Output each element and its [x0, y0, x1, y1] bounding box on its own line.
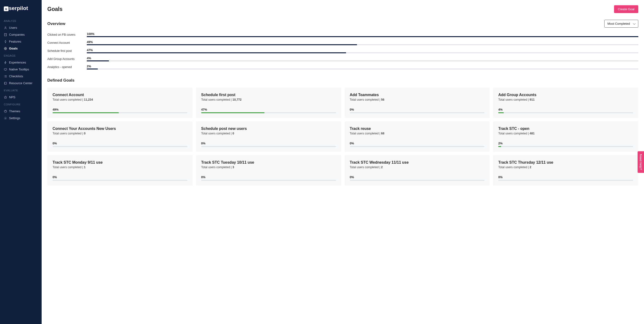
goal-card-title: Track STC Wednesday 11/11 use: [350, 160, 485, 164]
goal-card-subtitle: Total users completed | 0: [52, 132, 188, 135]
overview-list: Clicked on FB covers100%Connect Account4…: [47, 32, 638, 70]
sidebar-item-users[interactable]: Users: [0, 24, 42, 31]
goal-card[interactable]: Schedule first postTotal users completed…: [196, 88, 341, 118]
goal-card[interactable]: Track STC Wednesday 11/11 useTotal users…: [344, 155, 490, 186]
sidebar-section-label: ENGAGE: [0, 52, 42, 59]
goal-card-percentage: 0%: [201, 176, 336, 179]
overview-label: Connect Account: [47, 41, 87, 44]
goal-card-subtitle: Total users completed | 68: [350, 132, 485, 135]
defined-goals-title: Defined Goals: [47, 78, 638, 83]
goal-card-percentage: 0%: [350, 142, 485, 145]
sort-select[interactable]: Most Completed: [604, 20, 638, 28]
overview-label: Add Group Accounts: [47, 57, 87, 61]
sidebar-section-label: EVALUATE: [0, 86, 42, 94]
svg-rect-5: [4, 68, 7, 70]
goal-card[interactable]: Track STC Thursday 12/11 useTotal users …: [493, 155, 638, 186]
goal-card-progress-bar: [52, 112, 188, 113]
goal-card[interactable]: Track reuseTotal users completed | 680%: [344, 121, 490, 152]
goal-card-subtitle: Total users completed | 0: [201, 132, 336, 135]
book-icon: [4, 82, 9, 85]
overview-label: Schedule first post: [47, 49, 87, 52]
goal-card-percentage: 0%: [498, 176, 633, 179]
goal-card[interactable]: Connect Your Accounts New UsersTotal use…: [47, 121, 193, 152]
overview-header: Overview Most Completed: [47, 20, 638, 28]
goal-card-subtitle: Total users completed | 56: [350, 98, 485, 101]
goal-card[interactable]: Add TeammatesTotal users completed | 560…: [344, 88, 490, 118]
help-tab[interactable]: Need help?: [638, 151, 644, 173]
goal-card-subtitle: Total users completed | 3: [201, 166, 336, 169]
goal-card-progress-bar: [498, 112, 633, 113]
sidebar-item-resource-center[interactable]: Resource Center: [0, 80, 42, 86]
sidebar-item-experiences[interactable]: Experiences: [0, 59, 42, 66]
goal-card-subtitle: Total users completed | 2: [498, 166, 633, 169]
palette-icon: [4, 110, 9, 113]
goal-card-subtitle: Total users completed | 911: [498, 98, 633, 101]
svg-rect-1: [4, 33, 6, 36]
goal-card[interactable]: Track STC Tuesday 10/11 useTotal users c…: [196, 155, 341, 186]
goal-card-title: Add Teammates: [350, 93, 485, 97]
page-title: Goals: [47, 6, 62, 12]
sidebar-section-label: CONFIGURE: [0, 101, 42, 108]
goal-card-percentage: 2%: [498, 142, 633, 145]
svg-rect-6: [4, 82, 6, 84]
sidebar-item-features[interactable]: Features: [0, 38, 42, 45]
sidebar-item-native-tooltips[interactable]: Native Tooltips: [0, 66, 42, 73]
sidebar-section-label: ANALYZE: [0, 17, 42, 24]
overview-row: Schedule first post47%: [47, 48, 638, 53]
goal-cards-grid: Connect AccountTotal users completed | 1…: [47, 88, 638, 186]
goal-card[interactable]: Add Group AccountsTotal users completed …: [493, 88, 638, 118]
brand-logo: userpilot: [0, 4, 42, 17]
sidebar-item-companies[interactable]: Companies: [0, 31, 42, 38]
sidebar-item-nps[interactable]: NPS: [0, 94, 42, 101]
goal-card[interactable]: Schedule post new usersTotal users compl…: [196, 121, 341, 152]
overview-label: Analytics - opened: [47, 66, 87, 69]
goal-card-progress-bar: [498, 146, 633, 147]
overview-percentage: 2%: [87, 65, 638, 68]
goal-card-subtitle: Total users completed | 11,234: [52, 98, 188, 101]
building-icon: [4, 33, 9, 36]
sidebar-item-label: Native Tooltips: [9, 68, 29, 71]
goal-card-progress-bar: [350, 146, 485, 147]
goal-card-title: Schedule post new users: [201, 126, 336, 131]
bolt-icon: [4, 61, 9, 64]
goal-card-title: Schedule first post: [201, 93, 336, 97]
compass-icon: [4, 40, 9, 43]
goal-card-progress-bar: [201, 180, 336, 181]
overview-row: Connect Account49%: [47, 40, 638, 45]
sidebar-item-label: Users: [9, 26, 17, 30]
overview-progress-bar: [87, 44, 638, 45]
goal-card-title: Track reuse: [350, 126, 485, 131]
sidebar-item-goals[interactable]: Goals: [0, 45, 42, 52]
goal-card-progress-bar: [52, 146, 188, 147]
overview-label: Clicked on FB covers: [47, 33, 87, 36]
create-goal-button[interactable]: Create Goal: [614, 5, 638, 13]
goal-card[interactable]: Track STC - openTotal users completed | …: [493, 121, 638, 152]
svg-point-4: [5, 48, 6, 48]
goal-card-percentage: 0%: [52, 176, 188, 179]
sidebar-item-settings[interactable]: Settings: [0, 115, 42, 122]
goal-card-subtitle: Total users completed | 481: [498, 132, 633, 135]
sidebar-item-label: Features: [9, 40, 21, 43]
overview-percentage: 100%: [87, 32, 638, 36]
goal-card-title: Track STC Monday 9/11 use: [52, 160, 188, 164]
user-icon: [4, 26, 9, 30]
goal-card-title: Track STC Tuesday 10/11 use: [201, 160, 336, 164]
goal-card[interactable]: Connect AccountTotal users completed | 1…: [47, 88, 193, 118]
goal-card[interactable]: Track STC Monday 9/11 useTotal users com…: [47, 155, 193, 186]
overview-percentage: 49%: [87, 40, 638, 44]
overview-row: Clicked on FB covers100%: [47, 32, 638, 37]
goal-card-progress-bar: [201, 112, 336, 113]
page-header: Goals Create Goal: [47, 5, 638, 13]
main-content: Goals Create Goal Overview Most Complete…: [42, 0, 644, 324]
goal-card-title: Track STC - open: [498, 126, 633, 131]
sidebar-item-checklists[interactable]: Checklists: [0, 73, 42, 80]
goal-card-percentage: 0%: [350, 176, 485, 179]
sidebar-item-themes[interactable]: Themes: [0, 108, 42, 115]
checklist-icon: [4, 75, 9, 78]
sidebar-item-label: Settings: [9, 116, 20, 120]
goal-card-title: Add Group Accounts: [498, 93, 633, 97]
overview-row: Analytics - opened2%: [47, 65, 638, 70]
goal-card-progress-bar: [201, 146, 336, 147]
goal-card-percentage: 49%: [52, 108, 188, 111]
goal-card-percentage: 0%: [350, 108, 485, 111]
